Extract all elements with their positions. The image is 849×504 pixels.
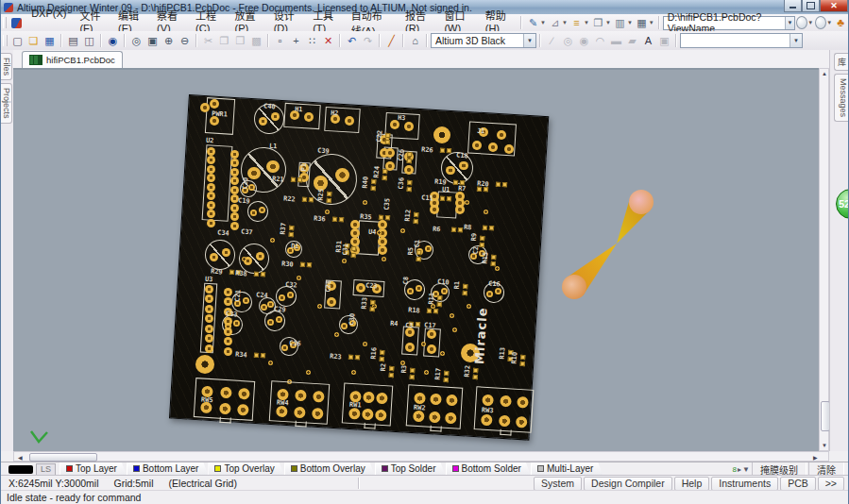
interactive-routing-icon[interactable]: ∕	[544, 34, 560, 48]
place-fill-icon[interactable]: ▬	[608, 34, 624, 48]
paste-array-icon[interactable]: ▩	[248, 34, 264, 48]
status-button-help[interactable]: Help	[674, 477, 710, 491]
status-button-instruments[interactable]: Instruments	[711, 477, 778, 491]
component-pad	[261, 304, 267, 311]
empty-combo[interactable]: ▼	[680, 33, 803, 48]
smd-pad-pair	[473, 368, 479, 379]
toolbar-group-separator-0	[60, 34, 62, 47]
placement-toolbar-icon-dropdown[interactable]: ▼	[627, 20, 633, 25]
redo-icon[interactable]: ↷	[360, 34, 376, 48]
print-icon[interactable]: ▤	[65, 34, 81, 48]
place-arc-icon[interactable]: ◠	[592, 34, 608, 48]
zoom-document-icon[interactable]: ◎	[128, 34, 144, 48]
horizontal-scrollbar[interactable]: ◀ ▶	[13, 451, 829, 462]
layer-tab-top-overlay[interactable]: Top Overlay	[208, 462, 283, 476]
alignment-toolbar-icon[interactable]: ≡	[569, 16, 585, 30]
sip-pad	[230, 222, 239, 230]
print-preview-icon[interactable]: ◫	[81, 34, 97, 48]
zoom-out-icon[interactable]: ⊖	[177, 34, 193, 48]
grid-toolbar-icon-dropdown[interactable]: ▼	[649, 20, 654, 25]
active-layer-swatch[interactable]	[8, 465, 33, 474]
right-panel-tab-0[interactable]: 库	[834, 53, 848, 71]
zoom-in-icon[interactable]: ⊕	[161, 34, 177, 48]
left-panel-tab-projects[interactable]: Projects	[1, 83, 12, 124]
pcb-board[interactable]: RW5RW4RW1RW2RW3PWR1C40H1H2H3J1C22R24C26R…	[183, 89, 561, 451]
left-panel-tab-files[interactable]: Files	[1, 53, 12, 80]
scroll-right-icon[interactable]: ▶	[813, 454, 818, 461]
select-area-icon[interactable]: ▫	[272, 34, 288, 48]
wiring-toolbar-icon[interactable]: ✎	[525, 16, 541, 30]
utilities-toolbar-icon-dropdown[interactable]: ▼	[562, 20, 568, 25]
close-button[interactable]: ✕	[820, 0, 848, 12]
layer-tab-bottom-layer[interactable]: Bottom Layer	[127, 462, 208, 476]
copy-icon[interactable]: ❐	[216, 34, 232, 48]
place-string-icon[interactable]: A	[640, 34, 656, 48]
find-selection-toolbar-icon-dropdown[interactable]: ▼	[605, 20, 611, 25]
scroll-up-icon[interactable]: ▲	[822, 71, 827, 76]
document-path-combo[interactable]: D:\hifiPCB1.PcbDoc?ViewName ▼	[663, 16, 796, 30]
toolbar-grip2[interactable]	[3, 35, 8, 46]
move-selection-icon[interactable]: +	[288, 34, 304, 48]
designator-c23: C23	[365, 283, 378, 291]
status-button-designcompiler[interactable]: Design Compiler	[584, 477, 672, 491]
combo-dropdown-icon[interactable]: ▼	[785, 17, 795, 29]
clear-filter-icon[interactable]: ✕	[320, 34, 336, 48]
layer-sets-button[interactable]: LS	[36, 463, 56, 476]
status-button-system[interactable]: System	[534, 477, 582, 491]
dxp-logo-icon[interactable]	[11, 18, 22, 28]
adjust-selection-icon[interactable]: ∷	[304, 34, 320, 48]
relay-pad	[362, 409, 374, 421]
plant-icon[interactable]: ♣	[837, 16, 844, 29]
designator-r37: R37	[280, 223, 288, 235]
wiring-toolbar-icon-dropdown[interactable]: ▼	[540, 20, 546, 25]
document-tab[interactable]: hifiPCB1.PcbDoc	[22, 51, 123, 68]
minimize-button[interactable]	[784, 0, 802, 12]
view-config-combo[interactable]: Altium 3D Black ▼	[431, 33, 536, 48]
view-combo-dropdown-icon[interactable]: ▼	[523, 34, 535, 47]
layer-tab-top-solder[interactable]: Top Solder	[375, 462, 446, 476]
place-via-icon[interactable]: ◉	[576, 34, 592, 48]
cut-icon[interactable]: ✂	[200, 34, 216, 48]
scroll-down-icon[interactable]: ▼	[822, 443, 827, 448]
right-panel-tab-1[interactable]: Messages	[834, 74, 848, 122]
floating-3d-component[interactable]	[558, 186, 664, 307]
maximize-button[interactable]	[802, 0, 820, 12]
paste-icon[interactable]: ❒	[232, 34, 248, 48]
back-dropdown-icon[interactable]: ▼	[807, 20, 813, 25]
alignment-toolbar-icon-dropdown[interactable]: ▼	[584, 20, 589, 25]
horizontal-scroll-thumb[interactable]	[29, 453, 97, 462]
zoom-area-icon[interactable]: ▣	[144, 34, 161, 48]
smd-pad-pair	[254, 272, 265, 277]
browse-library-icon[interactable]: ⌂	[407, 34, 423, 48]
forward-button[interactable]	[815, 16, 826, 29]
save-document-icon[interactable]: ▦	[42, 34, 58, 48]
back-button[interactable]	[796, 16, 807, 29]
placement-toolbar-icon[interactable]: ▥	[612, 16, 628, 30]
layer-tab-bottom-solder[interactable]: Bottom Solder	[446, 462, 531, 476]
view-3d-icon[interactable]: ◉	[105, 34, 121, 48]
grid-toolbar-icon[interactable]: ▦	[634, 16, 650, 30]
new-document-icon[interactable]: ▢	[9, 34, 25, 48]
vertical-scrollbar[interactable]: ▲ ▼	[819, 68, 829, 451]
find-selection-toolbar-icon[interactable]: ❐	[590, 16, 606, 30]
toolbar-grip[interactable]	[3, 17, 7, 28]
snap-level-indicator[interactable]: 8	[733, 465, 737, 474]
layer-tab-top-layer[interactable]: Top Layer	[59, 462, 127, 476]
pcb-viewport[interactable]: RW5RW4RW1RW2RW3PWR1C40H1H2H3J1C22R24C26R…	[13, 68, 819, 451]
empty-combo-dropdown-icon[interactable]: ▼	[790, 34, 802, 47]
layer-tab-multi-layer[interactable]: Multi-Layer	[531, 462, 603, 476]
open-document-icon[interactable]: ❏	[25, 34, 42, 48]
forward-dropdown-icon[interactable]: ▼	[826, 20, 832, 25]
status-button-[interactable]: >>	[818, 477, 844, 491]
heal-tool-icon[interactable]: ╱	[383, 34, 399, 48]
place-polygon-icon[interactable]: ▰	[624, 34, 640, 48]
utilities-toolbar-icon[interactable]: ⊿	[547, 16, 563, 30]
place-component-icon[interactable]: ▣	[656, 34, 672, 48]
undo-icon[interactable]: ↶	[344, 34, 360, 48]
layer-tab-bottom-overlay[interactable]: Bottom Overlay	[284, 462, 375, 476]
snap-caret-icon[interactable]: ▸	[738, 465, 741, 474]
status-button-pcb[interactable]: PCB	[780, 477, 816, 491]
mask-dropdown-icon[interactable]: ▼	[742, 465, 750, 474]
place-pad-icon[interactable]: ◎	[560, 34, 576, 48]
scroll-left-icon[interactable]: ◀	[18, 454, 23, 461]
